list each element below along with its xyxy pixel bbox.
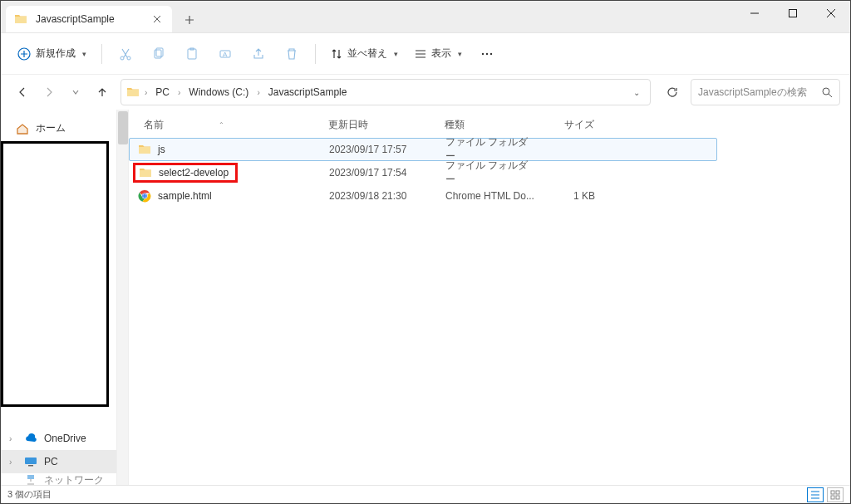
content-area: 名前⌃ 更新日時 種類 サイズ js 2023/09/17 17:57 ファイル… [117, 110, 850, 487]
refresh-button[interactable] [661, 81, 684, 104]
tab-active[interactable]: JavascriptSample [6, 6, 172, 32]
nav-back-button[interactable] [11, 81, 34, 104]
copy-button[interactable] [144, 41, 174, 67]
chevron-right-icon[interactable]: › [253, 88, 263, 97]
titlebar: JavascriptSample [1, 1, 850, 33]
view-button[interactable]: 表示 ▾ [408, 41, 469, 67]
sidebar-item-onedrive[interactable]: › OneDrive [1, 427, 116, 450]
paste-button[interactable] [177, 41, 207, 67]
breadcrumb-folder[interactable]: JavascriptSample [265, 86, 351, 98]
chevron-right-icon[interactable]: › [9, 434, 17, 443]
svg-point-20 [143, 194, 146, 198]
breadcrumb[interactable]: › PC › Windows (C:) › JavascriptSample ⌄ [121, 79, 651, 105]
svg-point-10 [482, 52, 484, 54]
folder-icon [126, 86, 140, 99]
scrollbar-thumb[interactable] [118, 111, 128, 144]
view-mode-toggles [807, 487, 844, 502]
status-bar: 3 個の項目 [1, 485, 850, 503]
chevron-right-icon[interactable]: › [175, 88, 184, 97]
chevron-down-icon: ▾ [394, 50, 398, 58]
scrollbar-gutter[interactable] [117, 110, 129, 487]
chevron-right-icon[interactable]: › [9, 458, 17, 467]
svg-rect-24 [836, 496, 839, 499]
breadcrumb-drive[interactable]: Windows (C:) [185, 86, 252, 98]
svg-point-3 [127, 56, 130, 60]
nav-recent-button[interactable] [64, 81, 87, 104]
svg-point-13 [823, 88, 829, 95]
toolbar: 新規作成 ▾ A 並べ替え ▾ 表示 ▾ [1, 33, 850, 75]
sidebar-pc-label: PC [44, 456, 58, 467]
chevron-right-icon[interactable]: › [141, 88, 150, 97]
new-tab-button[interactable] [177, 7, 202, 32]
details-view-button[interactable] [807, 487, 824, 502]
svg-rect-16 [27, 475, 34, 479]
column-type[interactable]: 種類 [445, 118, 536, 132]
svg-rect-14 [25, 458, 37, 464]
separator [315, 44, 316, 64]
sidebar-home-label: ホーム [36, 121, 66, 135]
svg-point-11 [486, 52, 488, 54]
chrome-icon [138, 189, 151, 203]
search-icon [822, 87, 833, 98]
address-bar-row: › PC › Windows (C:) › JavascriptSample ⌄… [1, 75, 850, 110]
file-size: 1 KB [537, 190, 595, 202]
status-item-count: 3 個の項目 [7, 488, 52, 501]
folder-icon [139, 166, 152, 179]
file-type: ファイル フォルダー [445, 159, 537, 187]
sort-label: 並べ替え [347, 46, 387, 61]
file-row[interactable]: js 2023/09/17 17:57 ファイル フォルダー [129, 138, 717, 161]
more-button[interactable] [472, 41, 502, 67]
nav-up-button[interactable] [91, 81, 114, 104]
new-item-label: 新規作成 [36, 46, 76, 61]
share-button[interactable] [243, 41, 273, 67]
rename-button[interactable]: A [210, 41, 240, 67]
main-area: ホーム › OneDrive › PC ネットワーク [1, 110, 850, 487]
maximize-button[interactable] [774, 1, 812, 26]
file-name: select2-develop [159, 167, 229, 179]
folder-icon [14, 12, 27, 26]
sidebar-item-home[interactable]: ホーム [7, 116, 116, 140]
tab-title: JavascriptSample [36, 13, 142, 25]
sidebar: ホーム › OneDrive › PC ネットワーク [1, 110, 117, 487]
close-window-button[interactable] [812, 1, 850, 26]
minimize-button[interactable] [735, 1, 774, 26]
delete-button[interactable] [277, 41, 307, 67]
close-icon[interactable] [150, 12, 164, 26]
sidebar-item-pc[interactable]: › PC [1, 450, 116, 473]
view-label: 表示 [431, 46, 451, 61]
column-name[interactable]: 名前⌃ [129, 118, 328, 132]
nav-forward-button[interactable] [37, 81, 61, 104]
window-controls [735, 1, 850, 26]
file-date: 2023/09/17 17:54 [329, 167, 445, 179]
icons-view-button[interactable] [827, 487, 844, 502]
svg-rect-23 [831, 496, 834, 499]
breadcrumb-pc[interactable]: PC [152, 86, 173, 98]
svg-point-12 [490, 52, 492, 54]
svg-point-2 [121, 56, 124, 60]
svg-text:A: A [223, 51, 228, 58]
file-date: 2023/09/18 21:30 [329, 190, 445, 202]
svg-rect-0 [790, 10, 797, 17]
svg-rect-15 [28, 465, 33, 467]
chevron-down-icon[interactable]: ⌄ [633, 88, 640, 97]
search-input[interactable]: JavascriptSampleの検索 [691, 79, 840, 105]
file-row[interactable]: sample.html 2023/09/18 21:30 Chrome HTML… [129, 184, 717, 208]
sidebar-onedrive-label: OneDrive [44, 433, 86, 444]
separator [101, 44, 102, 64]
file-row[interactable]: select2-develop 2023/09/17 17:54 ファイル フォ… [129, 161, 717, 184]
sort-indicator-icon: ⌃ [219, 121, 224, 129]
pc-icon [24, 455, 37, 468]
svg-rect-22 [836, 491, 839, 494]
redacted-area [1, 141, 109, 407]
new-item-button[interactable]: 新規作成 ▾ [11, 41, 93, 67]
cut-button[interactable] [111, 41, 140, 67]
file-list: 名前⌃ 更新日時 種類 サイズ js 2023/09/17 17:57 ファイル… [129, 110, 850, 487]
column-size[interactable]: サイズ [536, 118, 594, 132]
chevron-down-icon: ▾ [82, 50, 86, 58]
sort-button[interactable]: 並べ替え ▾ [324, 41, 405, 67]
column-date[interactable]: 更新日時 [328, 118, 445, 132]
svg-rect-21 [831, 491, 834, 494]
file-name: js [158, 144, 165, 155]
file-type: Chrome HTML Do... [445, 190, 537, 202]
annotation-highlight: select2-develop [133, 163, 238, 183]
